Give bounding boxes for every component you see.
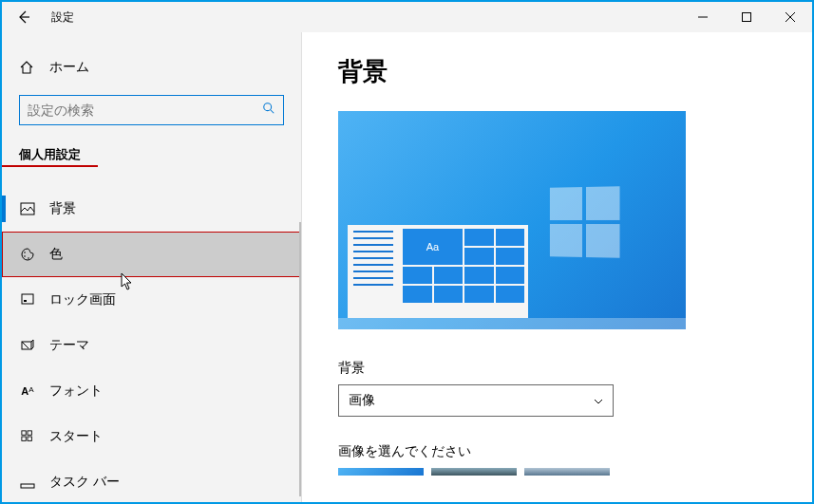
image-thumbnails xyxy=(338,468,776,476)
home-icon xyxy=(19,60,36,75)
main-panel: 背景 Aa 背景 画像 画像を選んでください xyxy=(302,32,812,502)
nav-item-fonts[interactable]: AA フォント xyxy=(2,368,301,414)
svg-point-5 xyxy=(28,257,29,259)
svg-rect-9 xyxy=(22,431,26,435)
desktop-preview: Aa xyxy=(338,111,686,329)
svg-rect-10 xyxy=(28,431,31,435)
svg-rect-13 xyxy=(21,484,34,488)
fonts-icon: AA xyxy=(19,385,36,397)
dropdown-value: 画像 xyxy=(349,392,594,409)
close-icon xyxy=(786,12,795,22)
svg-point-1 xyxy=(264,103,272,111)
chevron-down-icon xyxy=(594,396,603,406)
window-title: 設定 xyxy=(51,9,74,26)
background-field-label: 背景 xyxy=(338,360,776,377)
taskbar-icon xyxy=(19,475,36,490)
svg-point-4 xyxy=(24,255,26,257)
svg-point-3 xyxy=(24,252,26,253)
nav-item-themes[interactable]: テーマ xyxy=(2,323,301,368)
search-input[interactable] xyxy=(28,103,262,118)
minimize-button[interactable] xyxy=(681,2,725,32)
nav-label: 背景 xyxy=(49,200,76,217)
search-icon xyxy=(262,102,275,119)
sidebar: ホーム 個人用設定 背景 色 ロック画面 テーマ AA フォント ス xyxy=(2,32,302,502)
background-dropdown[interactable]: 画像 xyxy=(338,384,614,417)
nav-label: スタート xyxy=(49,428,103,445)
nav-item-background[interactable]: 背景 xyxy=(2,186,301,232)
titlebar: 設定 xyxy=(2,2,812,32)
nav-label: テーマ xyxy=(49,337,89,354)
back-button[interactable] xyxy=(2,2,46,32)
preview-window: Aa xyxy=(348,225,528,318)
nav-item-start[interactable]: スタート xyxy=(2,414,301,459)
sidebar-scrollbar[interactable] xyxy=(299,222,301,496)
home-label: ホーム xyxy=(49,59,89,76)
picture-icon xyxy=(19,201,36,216)
nav-item-taskbar[interactable]: タスク バー xyxy=(2,459,301,504)
windows-logo-icon xyxy=(550,186,620,257)
page-heading: 背景 xyxy=(338,55,776,88)
back-arrow-icon xyxy=(16,9,31,25)
preview-tile-aa: Aa xyxy=(403,229,463,265)
image-thumb[interactable] xyxy=(338,468,424,476)
svg-rect-11 xyxy=(22,437,26,440)
search-input-container[interactable] xyxy=(19,95,284,125)
themes-icon xyxy=(19,338,36,353)
minimize-icon xyxy=(698,12,708,22)
lockscreen-icon xyxy=(19,292,36,308)
palette-icon xyxy=(19,247,36,262)
maximize-button[interactable] xyxy=(725,2,768,32)
nav-item-lockscreen[interactable]: ロック画面 xyxy=(2,277,301,323)
nav-label: 色 xyxy=(49,246,63,263)
svg-rect-12 xyxy=(28,437,31,440)
svg-rect-7 xyxy=(24,300,27,302)
start-icon xyxy=(19,430,36,443)
close-button[interactable] xyxy=(768,2,812,32)
nav-item-colors[interactable]: 色 xyxy=(2,232,301,277)
nav-label: タスク バー xyxy=(49,474,120,491)
svg-rect-0 xyxy=(743,13,751,22)
home-link[interactable]: ホーム xyxy=(2,51,301,84)
maximize-icon xyxy=(742,12,751,22)
nav-label: フォント xyxy=(49,383,103,400)
image-thumb[interactable] xyxy=(431,468,517,476)
image-thumb[interactable] xyxy=(524,468,610,476)
section-title: 個人用設定 xyxy=(2,142,98,167)
nav-label: ロック画面 xyxy=(49,291,116,308)
svg-rect-6 xyxy=(22,294,33,304)
choose-image-label: 画像を選んでください xyxy=(338,443,776,460)
